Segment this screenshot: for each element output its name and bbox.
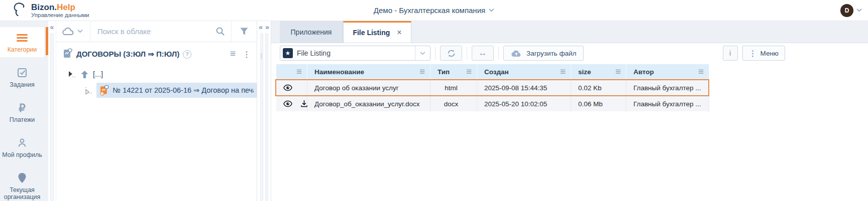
- brand-title: Bizon.Help: [31, 3, 89, 12]
- cloud-search-input[interactable]: [90, 27, 209, 36]
- column-menu-icon[interactable]: [419, 68, 425, 76]
- brand: Bizon.Help Управление данными: [0, 2, 89, 20]
- splitter-drag-handle-icon[interactable]: [258, 52, 265, 60]
- table-row[interactable]: Договор об оказании услуг html 2025-09-0…: [276, 80, 709, 96]
- file-author: Главный бухгалтер ...: [626, 80, 709, 96]
- ruble-icon: ₽: [2, 102, 42, 114]
- file-size: 0.06 Mb: [571, 96, 626, 112]
- sidebar-item-profile[interactable]: Мой профиль: [0, 132, 44, 162]
- tree-node-selected[interactable]: № 14221 от 2025-06-16 ⇒ Договор на печа: [96, 83, 257, 98]
- sidebar-item-tasks[interactable]: Задания: [0, 62, 44, 92]
- sidebar-item-label: Задания: [2, 81, 42, 88]
- funnel-icon: [240, 27, 249, 36]
- upload-file-button[interactable]: Загрузить файл: [503, 46, 584, 61]
- sidebar-item-label: Платежи: [2, 116, 42, 123]
- sidebar: Категории Задания ₽ Платежи Мой проф: [0, 21, 48, 201]
- tree-kebab-menu-icon[interactable]: [243, 50, 251, 59]
- tree-list-menu-icon[interactable]: [230, 50, 236, 59]
- tasks-icon: [2, 67, 42, 79]
- menu-button[interactable]: Меню: [742, 46, 786, 61]
- company-selector[interactable]: Демо - Бухгалтерская компания: [374, 6, 494, 15]
- column-header-author[interactable]: Автор: [626, 64, 709, 80]
- file-type: html: [430, 80, 477, 96]
- active-item-indicator: [46, 27, 48, 55]
- sidebar-item-label: Текущая организация: [2, 186, 42, 200]
- help-icon[interactable]: [183, 50, 191, 59]
- view-select-value: File Listing: [297, 49, 415, 57]
- cloud-upload-icon: [511, 50, 522, 57]
- tree-panel-gutter: «: [48, 21, 56, 201]
- cloud-icon: [62, 28, 74, 36]
- collapse-panel-icon[interactable]: «: [50, 23, 54, 31]
- tab-file-listing[interactable]: File Listing ×: [343, 21, 411, 43]
- search-button[interactable]: [209, 21, 232, 42]
- file-toolbar: File Listing Загрузить файл: [271, 43, 868, 63]
- chevron-down-icon: [415, 46, 430, 60]
- refresh-icon: [447, 49, 456, 58]
- chevron-down-icon: [489, 9, 494, 12]
- table-row[interactable]: Договор_об_оказании_услуг.docx docx 2025…: [276, 96, 709, 112]
- view-select[interactable]: File Listing: [280, 46, 430, 61]
- column-header-name[interactable]: Наименование: [307, 64, 430, 80]
- file-created: 2025-05-20 10:02:05: [477, 96, 571, 112]
- file-table: Наименование Тип Создан size Автор: [276, 64, 709, 112]
- cloud-source-dropdown[interactable]: [56, 21, 90, 42]
- tab-bar: Приложения File Listing ×: [271, 21, 868, 43]
- column-header-type[interactable]: Тип: [430, 64, 477, 80]
- filter-button[interactable]: [232, 27, 257, 36]
- column-menu-icon[interactable]: [466, 68, 472, 76]
- brand-subtitle: Управление данными: [31, 12, 89, 18]
- column-menu-icon[interactable]: [615, 68, 621, 76]
- brand-name: Bizon.: [31, 3, 57, 12]
- download-file-icon[interactable]: [300, 100, 308, 108]
- tree-title: ДОГОВОРЫ (З:ЮЛ ⇒ П:ЮЛ): [76, 50, 179, 59]
- resize-columns-button[interactable]: [472, 46, 494, 61]
- file-name: Договор об оказании услуг: [307, 80, 430, 96]
- info-button[interactable]: i: [723, 46, 738, 61]
- tab-applications[interactable]: Приложения: [280, 21, 343, 43]
- chevron-down-icon: [77, 30, 83, 33]
- column-menu-icon[interactable]: [296, 68, 302, 76]
- tree-node-label: [...]: [93, 70, 103, 78]
- info-icon: i: [729, 49, 731, 57]
- body: Категории Задания ₽ Платежи Мой проф: [0, 21, 868, 201]
- tree: [...] № 14221 от 2025-06-16 ⇒ Договор на…: [56, 64, 257, 98]
- avatar[interactable]: D: [840, 4, 853, 17]
- collapse-panel-icon[interactable]: «: [259, 23, 263, 31]
- bison-logo-icon: [11, 2, 27, 20]
- view-file-icon[interactable]: [283, 100, 292, 107]
- view-file-icon[interactable]: [283, 84, 292, 91]
- sidebar-item-current-organization[interactable]: Текущая организация: [0, 167, 44, 201]
- close-tab-icon[interactable]: ×: [397, 28, 401, 37]
- file-type: docx: [430, 96, 477, 112]
- refresh-button[interactable]: [440, 46, 462, 61]
- pin-icon: [2, 172, 42, 184]
- up-arrow-icon[interactable]: [80, 70, 89, 79]
- search-icon: [215, 27, 225, 36]
- tree-panel: «: [48, 21, 257, 201]
- tree-node-label: № 14221 от 2025-06-16 ⇒ Договор на печа: [113, 86, 254, 94]
- column-header-size[interactable]: size: [571, 64, 626, 80]
- expand-panel-icon[interactable]: »: [265, 23, 269, 31]
- tree-scrollbar[interactable]: [50, 33, 54, 201]
- column-header-created[interactable]: Создан: [477, 64, 571, 80]
- star-icon: [283, 48, 293, 58]
- menu-button-label: Меню: [761, 50, 779, 57]
- file-author: Главный бухгалтер ...: [626, 96, 709, 112]
- user-menu[interactable]: D: [840, 4, 868, 17]
- tree-node-contract[interactable]: № 14221 от 2025-06-16 ⇒ Договор на печа: [56, 82, 257, 98]
- column-header-actions[interactable]: [276, 64, 307, 80]
- panel-splitter[interactable]: « »: [257, 21, 271, 201]
- contract-document-icon: [99, 85, 110, 96]
- column-menu-icon[interactable]: [698, 68, 704, 76]
- tree-node-root[interactable]: [...]: [56, 66, 257, 82]
- tree-branch-icon: [67, 70, 76, 78]
- tree-branch-icon: [84, 86, 93, 94]
- app-header: Bizon.Help Управление данными Демо - Бух…: [0, 0, 868, 21]
- sidebar-item-categories[interactable]: Категории: [0, 27, 44, 57]
- sidebar-item-label: Мой профиль: [2, 151, 42, 158]
- column-menu-icon[interactable]: [560, 68, 566, 76]
- file-size: 0.02 Kb: [571, 80, 626, 96]
- main-panel: Приложения File Listing × File Listing: [271, 21, 868, 201]
- sidebar-item-payments[interactable]: ₽ Платежи: [0, 97, 44, 127]
